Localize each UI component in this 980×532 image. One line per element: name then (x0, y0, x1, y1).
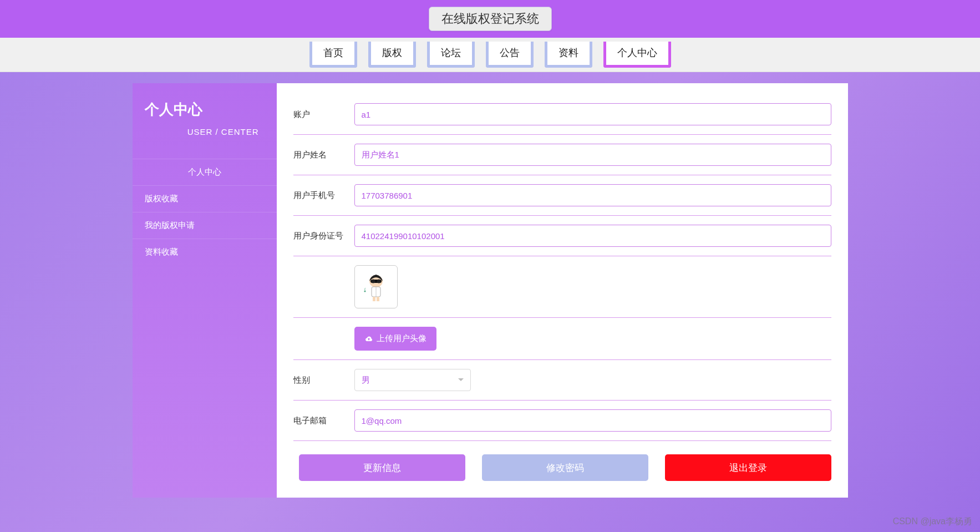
sidebar-subtitle: USER / CENTER (145, 127, 265, 136)
nav-copyright[interactable]: 版权 (368, 42, 416, 68)
cloud-upload-icon (364, 336, 373, 342)
sidebar-item-material-fav[interactable]: 资料收藏 (133, 239, 277, 265)
app-title: 在线版权登记系统 (429, 7, 552, 31)
upload-avatar-button[interactable]: 上传用户头像 (354, 327, 436, 351)
sidebar-menu: 个人中心 版权收藏 我的版权申请 资料收藏 (133, 159, 277, 265)
label-gender: 性别 (293, 375, 354, 386)
sidebar-header: 个人中心 USER / CENTER (133, 83, 277, 148)
sidebar-item-user-center[interactable]: 个人中心 (133, 159, 277, 185)
row-account: 账户 (293, 94, 831, 135)
nav-user-center[interactable]: 个人中心 (603, 42, 671, 68)
select-gender[interactable]: 男 (354, 369, 471, 391)
svg-point-2 (371, 280, 375, 283)
upload-avatar-label: 上传用户头像 (377, 333, 426, 344)
label-phone: 用户手机号 (293, 190, 354, 201)
input-account[interactable] (354, 103, 831, 125)
avatar-preview[interactable] (354, 265, 398, 308)
svg-point-8 (364, 290, 365, 292)
svg-rect-7 (377, 297, 379, 301)
select-gender-value: 男 (362, 375, 370, 386)
row-idcard: 用户身份证号 (293, 216, 831, 256)
svg-point-3 (377, 280, 380, 283)
sidebar: 个人中心 USER / CENTER 个人中心 版权收藏 我的版权申请 资料收藏 (133, 83, 277, 498)
label-username: 用户姓名 (293, 150, 354, 160)
input-idcard[interactable] (354, 225, 831, 247)
row-avatar-upload: 上传用户头像 (293, 318, 831, 360)
row-email: 电子邮箱 (293, 401, 831, 441)
update-button[interactable]: 更新信息 (299, 454, 465, 481)
label-email: 电子邮箱 (293, 416, 354, 426)
nav-home[interactable]: 首页 (309, 42, 357, 68)
nav-bar: 首页 版权 论坛 公告 资料 个人中心 (0, 38, 980, 72)
sidebar-title: 个人中心 (145, 100, 265, 119)
content-wrap: 个人中心 USER / CENTER 个人中心 版权收藏 我的版权申请 资料收藏… (133, 83, 848, 498)
watermark: CSDN @java李杨勇 (893, 516, 972, 528)
label-account: 账户 (293, 109, 354, 120)
svg-rect-6 (373, 297, 375, 301)
nav-notice[interactable]: 公告 (486, 42, 534, 68)
avatar-icon (359, 270, 393, 303)
row-gender: 性别 男 (293, 360, 831, 401)
main-panel: 账户 用户姓名 用户手机号 用户身份证号 (277, 83, 848, 498)
button-row: 更新信息 修改密码 退出登录 (293, 454, 831, 481)
sidebar-item-my-apply[interactable]: 我的版权申请 (133, 212, 277, 239)
logout-button[interactable]: 退出登录 (665, 454, 831, 481)
input-username[interactable] (354, 144, 831, 166)
top-banner: 在线版权登记系统 (0, 0, 980, 38)
row-phone: 用户手机号 (293, 175, 831, 216)
sidebar-item-copyright-fav[interactable]: 版权收藏 (133, 185, 277, 212)
row-avatar-preview (293, 256, 831, 318)
nav-forum[interactable]: 论坛 (427, 42, 475, 68)
change-password-button[interactable]: 修改密码 (482, 454, 648, 481)
row-username: 用户姓名 (293, 135, 831, 175)
label-idcard: 用户身份证号 (293, 231, 354, 241)
input-email[interactable] (354, 409, 831, 432)
nav-material[interactable]: 资料 (545, 42, 592, 68)
input-phone[interactable] (354, 184, 831, 206)
